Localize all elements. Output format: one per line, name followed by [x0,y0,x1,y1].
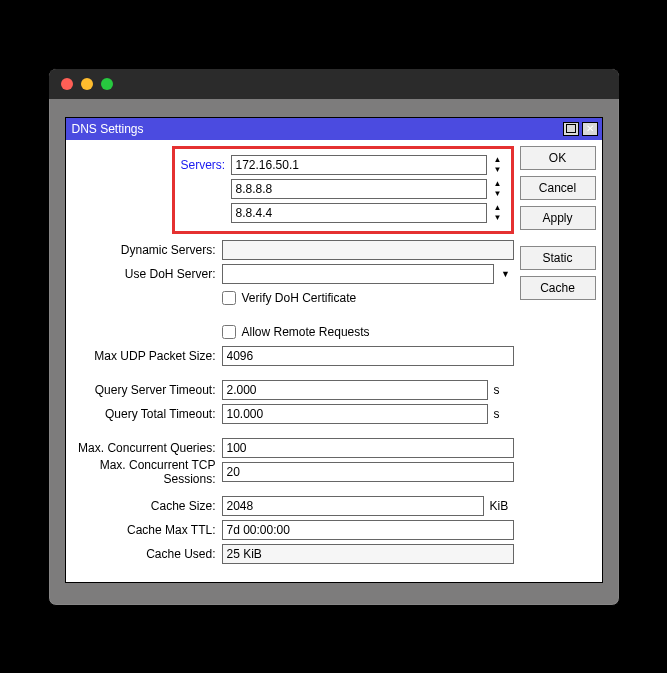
static-button[interactable]: Static [520,246,596,270]
server-1-spinner[interactable]: ▲▼ [491,155,505,175]
dialog-title: DNS Settings [72,122,144,136]
verify-doh-label: Verify DoH Certificate [242,291,357,305]
max-udp-label: Max UDP Packet Size: [72,349,222,363]
allow-remote-label: Allow Remote Requests [242,325,370,339]
dns-settings-dialog: DNS Settings ✕ Servers: ▲▼ [65,117,603,583]
max-conc-tcp-input[interactable] [222,462,514,482]
query-server-timeout-input[interactable] [222,380,488,400]
server-3-input[interactable] [231,203,487,223]
query-total-timeout-input[interactable] [222,404,488,424]
use-doh-combo[interactable] [222,264,494,284]
cache-button[interactable]: Cache [520,276,596,300]
cancel-button[interactable]: Cancel [520,176,596,200]
query-server-timeout-label: Query Server Timeout: [72,383,222,397]
server-1-input[interactable] [231,155,487,175]
dialog-titlebar: DNS Settings ✕ [66,118,602,140]
cache-max-ttl-label: Cache Max TTL: [72,523,222,537]
cache-used-label: Cache Used: [72,547,222,561]
maximize-icon[interactable] [563,122,579,136]
use-doh-label: Use DoH Server: [72,267,222,281]
dynamic-servers-label: Dynamic Servers: [72,243,222,257]
timeout-unit-2: s [492,407,514,421]
servers-label: Servers: [181,158,231,172]
query-total-timeout-label: Query Total Timeout: [72,407,222,421]
cache-size-label: Cache Size: [72,499,222,513]
server-3-spinner[interactable]: ▲▼ [491,203,505,223]
cache-size-unit: KiB [488,499,514,513]
max-conc-queries-label: Max. Concurrent Queries: [72,441,222,455]
window-body: DNS Settings ✕ Servers: ▲▼ [49,99,619,605]
allow-remote-checkbox[interactable] [222,325,236,339]
server-2-input[interactable] [231,179,487,199]
chevron-down-icon[interactable]: ▼ [498,269,514,279]
cache-size-input[interactable] [222,496,484,516]
max-conc-queries-input[interactable] [222,438,514,458]
button-column: OK Cancel Apply Static Cache [520,146,596,576]
close-dialog-icon[interactable]: ✕ [582,122,598,136]
form-area: Servers: ▲▼ ▲▼ [72,146,514,576]
dynamic-servers-field [222,240,514,260]
mac-titlebar [49,69,619,99]
server-2-spinner[interactable]: ▲▼ [491,179,505,199]
ok-button[interactable]: OK [520,146,596,170]
apply-button[interactable]: Apply [520,206,596,230]
zoom-icon[interactable] [101,78,113,90]
max-conc-tcp-label: Max. Concurrent TCP Sessions: [72,458,222,486]
minimize-icon[interactable] [81,78,93,90]
max-udp-input[interactable] [222,346,514,366]
close-icon[interactable] [61,78,73,90]
verify-doh-checkbox[interactable] [222,291,236,305]
cache-used-value: 25 KiB [222,544,514,564]
cache-max-ttl-input[interactable] [222,520,514,540]
app-window: DNS Settings ✕ Servers: ▲▼ [48,68,620,606]
timeout-unit-1: s [492,383,514,397]
servers-highlight-box: Servers: ▲▼ ▲▼ [172,146,514,234]
